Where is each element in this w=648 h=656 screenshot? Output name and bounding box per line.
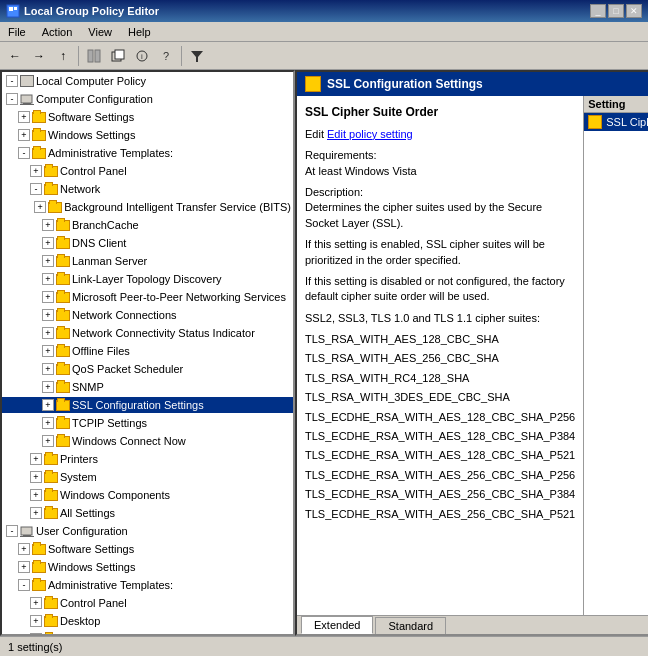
tree-node-row-control-panel-uc[interactable]: +Control Panel: [2, 595, 293, 611]
edit-policy-link[interactable]: Edit policy setting: [327, 128, 413, 140]
tree-node-row-admin-templates-cc[interactable]: -Administrative Templates:: [2, 145, 293, 161]
expand-icon[interactable]: -: [30, 633, 42, 636]
tree-node-row-branchcache-cc[interactable]: +BranchCache: [2, 217, 293, 233]
tree-root-row[interactable]: - Local Computer Policy: [2, 73, 293, 89]
tree-node-row-linklayer-cc[interactable]: +Link-Layer Topology Discovery: [2, 271, 293, 287]
tree-node-row-tcpip-cc[interactable]: +TCPIP Settings: [2, 415, 293, 431]
tree-node-row-ms-p2p-cc[interactable]: +Microsoft Peer-to-Peer Networking Servi…: [2, 289, 293, 305]
tree-node-row-computer-config[interactable]: -Computer Configuration: [2, 91, 293, 107]
expand-icon[interactable]: +: [30, 471, 42, 483]
tree-node-row-snmp-cc[interactable]: +SNMP: [2, 379, 293, 395]
menu-file[interactable]: File: [4, 25, 30, 39]
expand-icon[interactable]: +: [42, 417, 54, 429]
tree-node-row-allsettings-cc[interactable]: +All Settings: [2, 505, 293, 521]
help-button[interactable]: ?: [155, 45, 177, 67]
tree-node-row-win-settings-cc[interactable]: +Windows Settings: [2, 127, 293, 143]
expand-icon[interactable]: +: [34, 201, 46, 213]
expand-icon[interactable]: +: [30, 615, 42, 627]
tree-node: +QoS Packet Scheduler: [2, 360, 293, 378]
menu-view[interactable]: View: [84, 25, 116, 39]
window-controls[interactable]: _ □ ✕: [590, 4, 642, 18]
tree-node: +Background Intelligent Transfer Service…: [2, 198, 293, 216]
tree-node: +TCPIP Settings: [2, 414, 293, 432]
tree-node-row-user-config[interactable]: -User Configuration: [2, 523, 293, 539]
expand-icon[interactable]: +: [42, 273, 54, 285]
expand-icon[interactable]: +: [42, 435, 54, 447]
properties-button[interactable]: i: [131, 45, 153, 67]
tree-node-row-admin-templates-uc[interactable]: -Administrative Templates:: [2, 577, 293, 593]
maximize-button[interactable]: □: [608, 4, 624, 18]
tree-node-row-system-cc[interactable]: +System: [2, 469, 293, 485]
menu-bar: File Action View Help: [0, 22, 648, 42]
expand-icon[interactable]: -: [30, 183, 42, 195]
expand-icon[interactable]: +: [18, 543, 30, 555]
expand-icon[interactable]: +: [30, 165, 42, 177]
tree-node-row-wincomp-cc[interactable]: +Windows Components: [2, 487, 293, 503]
filter-button[interactable]: [186, 45, 208, 67]
expand-icon[interactable]: +: [18, 561, 30, 573]
root-expand-icon[interactable]: -: [6, 75, 18, 87]
minimize-button[interactable]: _: [590, 4, 606, 18]
tree-node-row-network-cc[interactable]: -Network: [2, 181, 293, 197]
tree-label: Administrative Templates:: [48, 147, 173, 159]
menu-action[interactable]: Action: [38, 25, 77, 39]
tree-node-row-winconn-cc[interactable]: +Windows Connect Now: [2, 433, 293, 449]
tree-node: +Printers: [2, 450, 293, 468]
folder-icon: [56, 417, 70, 429]
expand-icon[interactable]: +: [42, 381, 54, 393]
tab-standard[interactable]: Standard: [375, 617, 446, 634]
tab-extended[interactable]: Extended: [301, 616, 373, 634]
up-button[interactable]: ↑: [52, 45, 74, 67]
expand-icon[interactable]: +: [42, 255, 54, 267]
left-panel[interactable]: - Local Computer Policy -Computer Config…: [0, 70, 295, 636]
tree-node-row-sw-settings-cc[interactable]: +Software Settings: [2, 109, 293, 125]
tree-node-row-dns-cc[interactable]: +DNS Client: [2, 235, 293, 251]
tree-node-row-network-uc[interactable]: -Network: [2, 631, 293, 636]
expand-icon[interactable]: +: [42, 363, 54, 375]
new-window-button[interactable]: [107, 45, 129, 67]
expand-icon[interactable]: -: [6, 525, 18, 537]
tree-label: Control Panel: [60, 165, 127, 177]
expand-icon[interactable]: +: [30, 489, 42, 501]
tree-label: System: [60, 471, 97, 483]
expand-icon[interactable]: +: [30, 453, 42, 465]
tree-node-row-bits-cc[interactable]: +Background Intelligent Transfer Service…: [2, 199, 293, 215]
tree-node-row-printers-cc[interactable]: +Printers: [2, 451, 293, 467]
expand-icon[interactable]: +: [42, 327, 54, 339]
expand-icon[interactable]: +: [30, 507, 42, 519]
back-button[interactable]: ←: [4, 45, 26, 67]
tree-node-row-control-panel-cc[interactable]: +Control Panel: [2, 163, 293, 179]
tree-node-row-netconn-status-cc[interactable]: +Network Connectivity Status Indicator: [2, 325, 293, 341]
tree-node-row-ssl-cc[interactable]: +SSL Configuration Settings: [2, 397, 293, 413]
tree-node-row-qos-cc[interactable]: +QoS Packet Scheduler: [2, 361, 293, 377]
settings-list-item[interactable]: SSL Cipher Suite Order: [584, 113, 648, 131]
expand-icon[interactable]: +: [18, 129, 30, 141]
expand-icon[interactable]: +: [30, 597, 42, 609]
tree-label: Offline Files: [72, 345, 130, 357]
expand-icon[interactable]: +: [42, 309, 54, 321]
tree-node-row-sw-settings-uc[interactable]: +Software Settings: [2, 541, 293, 557]
expand-icon[interactable]: -: [6, 93, 18, 105]
tree-node: +Network Connectivity Status Indicator: [2, 324, 293, 342]
tree-node-row-offline-cc[interactable]: +Offline Files: [2, 343, 293, 359]
expand-icon[interactable]: +: [42, 399, 54, 411]
menu-help[interactable]: Help: [124, 25, 155, 39]
expand-icon[interactable]: -: [18, 579, 30, 591]
show-hide-button[interactable]: [83, 45, 105, 67]
tree-node-row-win-settings-uc[interactable]: +Windows Settings: [2, 559, 293, 575]
forward-button[interactable]: →: [28, 45, 50, 67]
setting-item-icon: [588, 115, 602, 129]
expand-icon[interactable]: +: [42, 345, 54, 357]
expand-icon[interactable]: +: [42, 291, 54, 303]
tree-label: Printers: [60, 453, 98, 465]
expand-icon[interactable]: -: [18, 147, 30, 159]
tree-node-row-desktop-uc[interactable]: +Desktop: [2, 613, 293, 629]
expand-icon[interactable]: +: [42, 237, 54, 249]
tree-node-row-netconn-cc[interactable]: +Network Connections: [2, 307, 293, 323]
tree-node-row-lanman-cc[interactable]: +Lanman Server: [2, 253, 293, 269]
cipher-item: TLS_RSA_WITH_RC4_128_SHA: [305, 371, 575, 386]
expand-icon[interactable]: +: [18, 111, 30, 123]
close-button[interactable]: ✕: [626, 4, 642, 18]
expand-icon[interactable]: +: [42, 219, 54, 231]
svg-rect-12: [23, 103, 31, 104]
